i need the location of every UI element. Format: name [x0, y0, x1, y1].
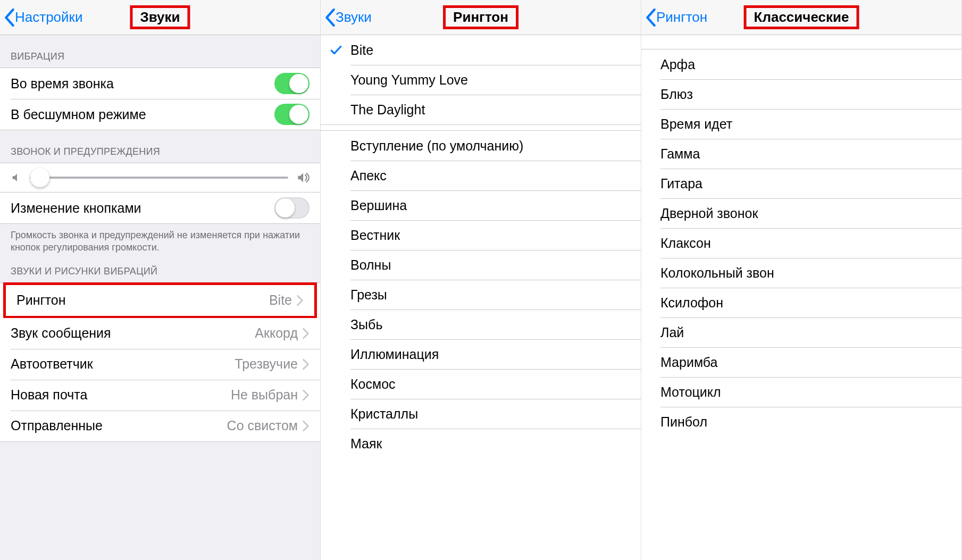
row-sound[interactable]: РингтонBite: [6, 285, 314, 316]
label: Рингтон: [16, 292, 269, 308]
list-item[interactable]: Клаксон: [660, 228, 961, 258]
list-item[interactable]: Космос: [350, 369, 641, 399]
list-item[interactable]: Зыбь: [350, 310, 641, 339]
toggle-vibrate-on-silent[interactable]: [274, 104, 309, 125]
row-vibrate-on-silent[interactable]: В бесшумном режиме: [0, 99, 320, 130]
label: Во время звонка: [11, 76, 274, 91]
item-label: Зыбь: [350, 317, 382, 332]
page-title: Звуки: [130, 5, 190, 29]
list-item[interactable]: Кристаллы: [350, 399, 641, 429]
toggle-vibrate-on-ring[interactable]: [274, 73, 309, 94]
list-item[interactable]: Маяк: [350, 429, 641, 458]
item-label: Лай: [660, 325, 684, 340]
toggle-change-with-buttons[interactable]: [274, 197, 309, 219]
chevron-left-icon: [4, 9, 15, 27]
item-label: The Daylight: [350, 102, 425, 118]
navbar: Рингтон Классические: [641, 0, 961, 35]
back-label: Настройки: [15, 9, 83, 26]
item-label: Дверной звонок: [660, 206, 758, 221]
list-item[interactable]: Колокольный звон: [660, 258, 961, 288]
label: Новая почта: [11, 387, 231, 403]
ringtone-list: BiteYoung Yummy LoveThe DaylightВступлен…: [321, 35, 641, 560]
item-label: Апекс: [350, 168, 387, 183]
back-button[interactable]: Звуки: [321, 9, 372, 27]
highlight-box: РингтонBite: [3, 282, 317, 319]
item-label: Волны: [350, 257, 391, 273]
label: Автоответчик: [11, 356, 235, 372]
highlight-box: Звуки: [130, 5, 190, 29]
footer-volume: Громкость звонка и предупреждений не изм…: [0, 224, 320, 258]
row-sound[interactable]: Звук сообщенияАккорд: [0, 318, 320, 349]
list-item[interactable]: Время идет: [660, 109, 961, 139]
volume-low-icon: [11, 172, 22, 183]
chevron-right-icon: [302, 420, 309, 432]
item-label: Вступление (по умолчанию): [350, 138, 523, 154]
checkmark-icon: [329, 43, 343, 57]
item-label: Грезы: [350, 287, 387, 303]
list-item[interactable]: Грезы: [350, 280, 641, 310]
list-item[interactable]: Вступление (по умолчанию): [350, 131, 641, 161]
item-label: Bite: [350, 43, 373, 58]
section-header-vibration: ВИБРАЦИЯ: [0, 35, 320, 68]
list-item[interactable]: Маримба: [660, 347, 961, 377]
back-label: Рингтон: [656, 9, 707, 26]
highlight-box: Рингтон: [443, 5, 518, 29]
list-item[interactable]: Блюз: [660, 79, 961, 109]
list-item[interactable]: Волны: [350, 250, 641, 280]
item-label: Маримба: [660, 355, 717, 370]
row-sound[interactable]: АвтоответчикТрезвучие: [0, 349, 320, 380]
volume-slider[interactable]: [30, 177, 288, 179]
item-label: Космос: [350, 377, 396, 392]
highlight-box: Классические: [744, 5, 859, 29]
item-label: Арфа: [660, 57, 695, 72]
list-item[interactable]: Гамма: [660, 139, 961, 169]
list-item[interactable]: Young Yummy Love: [350, 65, 641, 95]
item-label: Колокольный звон: [660, 265, 774, 281]
chevron-right-icon: [296, 295, 304, 306]
chevron-right-icon: [302, 358, 309, 370]
item-label: Время идет: [660, 116, 732, 132]
screen-classic: Рингтон Классические АрфаБлюзВремя идетГ…: [641, 0, 962, 560]
list-item[interactable]: Апекс: [350, 161, 641, 190]
item-label: Ксилофон: [660, 295, 723, 311]
page-title: Рингтон: [443, 5, 518, 29]
section-header-sounds: ЗВУКИ И РИСУНКИ ВИБРАЦИЙ: [0, 258, 320, 282]
row-vibrate-on-ring[interactable]: Во время звонка: [0, 68, 320, 99]
value: Аккорд: [255, 325, 298, 341]
row-sound[interactable]: Новая почтаНе выбран: [0, 380, 320, 411]
row-sound[interactable]: ОтправленныеСо свистом: [0, 411, 320, 441]
back-button[interactable]: Рингтон: [641, 9, 707, 27]
content: ВИБРАЦИЯ Во время звонка В бесшумном реж…: [0, 35, 320, 560]
item-label: Вестник: [350, 228, 400, 243]
group-change-buttons: Изменение кнопками: [0, 193, 320, 224]
label: Отправленные: [11, 418, 227, 433]
label: Изменение кнопками: [11, 200, 274, 216]
classic-list: АрфаБлюзВремя идетГаммаГитараДверной зво…: [641, 35, 961, 560]
list-item[interactable]: Мотоцикл: [660, 377, 961, 407]
list-item[interactable]: Ксилофон: [660, 288, 961, 317]
item-label: Young Yummy Love: [350, 72, 468, 88]
chevron-left-icon: [325, 9, 336, 27]
volume-high-icon: [296, 171, 309, 185]
list-item[interactable]: Лай: [660, 317, 961, 347]
label: Звук сообщения: [11, 325, 255, 341]
navbar: Настройки Звуки: [0, 0, 320, 35]
chevron-right-icon: [302, 328, 309, 339]
value: Не выбран: [231, 387, 298, 403]
list-item[interactable]: Вестник: [350, 220, 641, 250]
list-item[interactable]: The Daylight: [350, 95, 641, 124]
list-item[interactable]: Арфа: [660, 49, 961, 79]
item-label: Блюз: [660, 87, 693, 102]
item-label: Мотоцикл: [660, 385, 721, 400]
screen-ringtone: Звуки Рингтон BiteYoung Yummy LoveThe Da…: [321, 0, 641, 560]
list-item[interactable]: Вершина: [350, 190, 641, 220]
list-item[interactable]: Bite: [350, 35, 641, 65]
list-item[interactable]: Пинбол: [660, 407, 961, 437]
list-item[interactable]: Иллюминация: [350, 339, 641, 369]
list-item[interactable]: Дверной звонок: [660, 198, 961, 228]
back-button[interactable]: Настройки: [0, 9, 83, 27]
row-change-with-buttons[interactable]: Изменение кнопками: [0, 193, 320, 223]
slider-thumb[interactable]: [30, 168, 49, 187]
list-item[interactable]: Гитара: [660, 169, 961, 198]
row-volume-slider[interactable]: [0, 163, 320, 193]
